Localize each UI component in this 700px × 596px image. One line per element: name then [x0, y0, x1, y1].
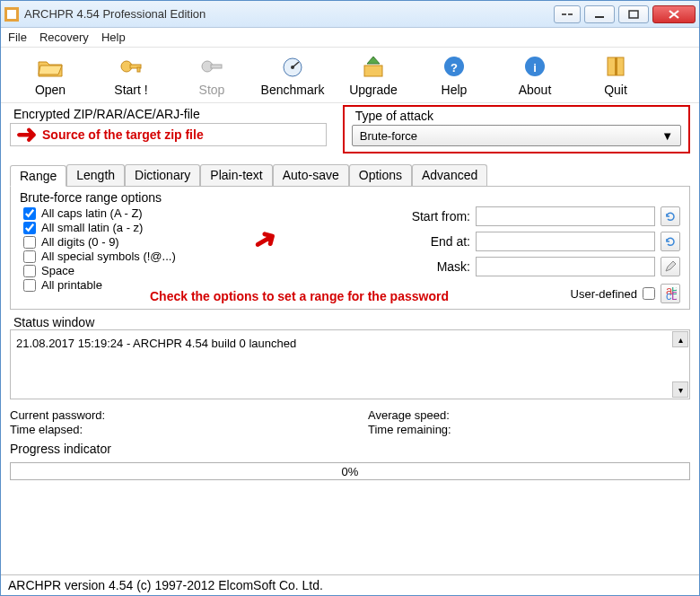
scroll-down-button[interactable]: ▾: [672, 381, 688, 398]
toolbar-stop: Stop: [171, 53, 252, 97]
progress-bar: 0%: [10, 462, 690, 480]
svg-text:D: D: [671, 289, 677, 300]
key-icon: [118, 53, 144, 80]
charset-icon: aBcD: [664, 287, 677, 300]
tab-autosave[interactable]: Auto-save: [273, 164, 349, 186]
mask-action-button[interactable]: [661, 257, 680, 276]
toolbar-start[interactable]: Start !: [91, 53, 171, 97]
menubar: File Recovery Help: [1, 28, 699, 48]
range-title: Brute-force range options: [20, 190, 680, 205]
maximize-icon: [628, 10, 639, 19]
help-icon: ?: [441, 53, 468, 80]
attack-value: Brute-force: [360, 129, 417, 143]
end-label: End at:: [398, 234, 470, 249]
svg-rect-1: [7, 10, 16, 19]
refresh-icon: [664, 235, 677, 248]
average-speed-label: Average speed:: [368, 408, 690, 422]
tab-length[interactable]: Length: [66, 164, 125, 186]
range-pane: Brute-force range options All caps latin…: [10, 187, 690, 310]
menu-file[interactable]: File: [8, 31, 27, 44]
start-label: Start from:: [398, 209, 470, 224]
toolbar-upgrade[interactable]: Upgrade: [333, 53, 414, 97]
annotation-arrow-icon: ➜: [16, 127, 37, 143]
status-line: 21.08.2017 15:19:24 - ARCHPR 4.54 build …: [16, 337, 296, 350]
edit-icon: [664, 260, 677, 273]
quit-icon: [602, 53, 629, 80]
attack-select[interactable]: Brute-force ▼: [352, 125, 681, 146]
tab-plaintext[interactable]: Plain-text: [200, 164, 272, 186]
status-window: 21.08.2017 15:19:24 - ARCHPR 4.54 build …: [10, 329, 690, 399]
time-remaining-label: Time remaining:: [368, 423, 690, 436]
check-digits[interactable]: All digits (0 - 9): [23, 235, 176, 249]
titlebar: ARCHPR 4.54 Professional Edition: [1, 1, 699, 28]
current-password-label: Current password:: [10, 408, 332, 422]
file-label: Encrypted ZIP/RAR/ACE/ARJ-file: [13, 107, 327, 121]
window-title: ARCHPR 4.54 Professional Edition: [24, 7, 554, 21]
toolbar-quit[interactable]: Quit: [575, 53, 656, 97]
chevron-up-icon: ▴: [678, 335, 683, 345]
menu-help[interactable]: Help: [101, 31, 126, 44]
svg-rect-6: [137, 67, 140, 72]
file-input[interactable]: ➜ Source of the target zip file: [10, 123, 327, 146]
svg-rect-3: [629, 11, 638, 18]
svg-rect-2: [595, 16, 604, 18]
progress-value: 0%: [342, 465, 359, 478]
chevron-down-icon: ▾: [678, 385, 683, 395]
menu-recovery[interactable]: Recovery: [39, 31, 89, 44]
check-small[interactable]: All small latin (a - z): [23, 221, 176, 234]
close-button[interactable]: [652, 5, 696, 23]
gauge-icon: [279, 53, 306, 80]
minimize-icon: [594, 10, 605, 19]
toolbar-benchmark[interactable]: Benchmark: [252, 53, 333, 97]
dash-icon: [561, 11, 573, 18]
statusbar: ARCHPR version 4.54 (c) 1997-2012 ElcomS…: [1, 574, 699, 595]
annotation-file-text: Source of the target zip file: [42, 127, 204, 142]
refresh-icon: [664, 210, 677, 223]
check-caps[interactable]: All caps latin (A - Z): [23, 206, 176, 220]
maximize-button[interactable]: [618, 5, 649, 23]
userdef-label: User-defined: [571, 287, 637, 301]
toolbar-about[interactable]: i About: [494, 53, 575, 97]
svg-text:?: ?: [451, 61, 458, 74]
folder-open-icon: [37, 53, 64, 80]
stats: Current password: Time elapsed: Average …: [10, 408, 690, 436]
svg-rect-11: [364, 66, 382, 76]
app-window: ARCHPR 4.54 Professional Edition File Re…: [0, 0, 700, 596]
start-action-button[interactable]: [661, 206, 680, 226]
svg-rect-8: [211, 65, 222, 68]
app-icon: [4, 7, 19, 22]
userdef-checkbox[interactable]: [643, 287, 655, 300]
mask-input[interactable]: [476, 257, 655, 276]
annotation-range-text: Check the options to set a range for the…: [150, 289, 449, 303]
close-icon: [668, 9, 680, 20]
status-label: Status window: [13, 315, 690, 329]
attack-label: Type of attack: [355, 109, 681, 123]
check-space[interactable]: Space: [23, 264, 176, 277]
toolbar-open[interactable]: Open: [10, 53, 91, 97]
userdef-button[interactable]: aBcD: [661, 284, 680, 303]
scroll-up-button[interactable]: ▴: [672, 331, 688, 347]
svg-point-10: [291, 66, 294, 69]
tab-advanced[interactable]: Advanced: [412, 164, 487, 186]
minimize-button[interactable]: [584, 5, 615, 23]
time-elapsed-label: Time elapsed:: [10, 423, 332, 436]
svg-rect-17: [615, 57, 617, 75]
tab-range[interactable]: Range: [10, 165, 66, 187]
tabs: Range Length Dictionary Plain-text Auto-…: [10, 164, 690, 187]
toolbar-help[interactable]: ? Help: [414, 53, 494, 97]
toolbar: Open Start ! Stop Benchmark Upgrade ? He…: [1, 48, 699, 103]
chevron-down-icon: ▼: [661, 129, 673, 143]
upgrade-icon: [360, 53, 387, 80]
mask-label: Mask:: [398, 259, 470, 274]
end-action-button[interactable]: [661, 232, 680, 251]
progress-label: Progress indicator: [10, 442, 690, 456]
tab-dictionary[interactable]: Dictionary: [125, 164, 200, 186]
end-input[interactable]: [476, 232, 655, 251]
check-special[interactable]: All special symbols (!@...): [23, 250, 176, 263]
info-icon: i: [521, 53, 548, 80]
svg-text:i: i: [533, 61, 537, 74]
tab-options[interactable]: Options: [349, 164, 412, 186]
minimize-aux-button[interactable]: [554, 5, 581, 23]
start-input[interactable]: [476, 206, 655, 226]
key-stop-icon: [198, 53, 225, 80]
